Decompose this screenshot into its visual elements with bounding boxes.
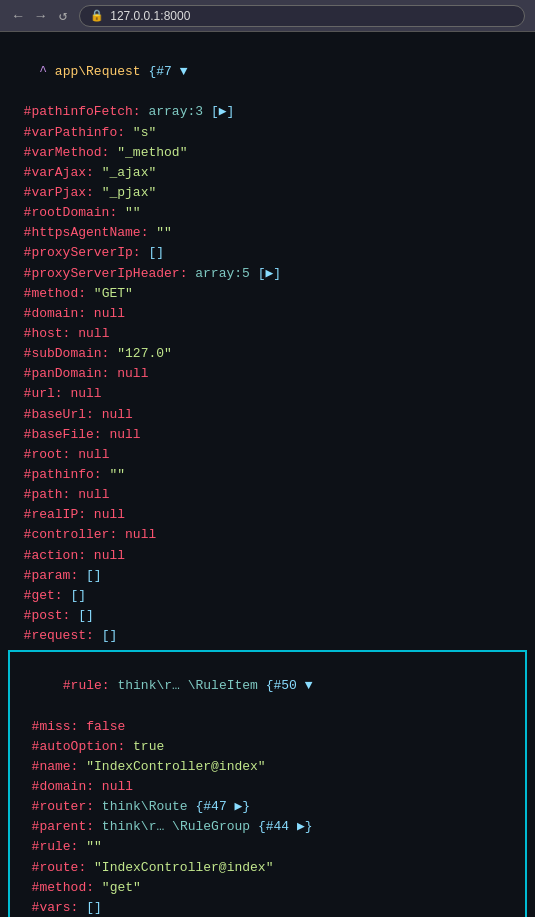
highlighted-item: #domain: null: [16, 777, 519, 797]
code-line: #get: []: [8, 586, 527, 606]
code-line: #baseUrl: null: [8, 405, 527, 425]
code-line: #subDomain: "127.0": [8, 344, 527, 364]
code-line: #domain: null: [8, 304, 527, 324]
code-line: #varPathinfo: "s": [8, 123, 527, 143]
code-line: #pathinfoFetch: array:3 [▶]: [8, 102, 527, 122]
highlighted-item: #name: "IndexController@index": [16, 757, 519, 777]
back-button[interactable]: ←: [10, 6, 26, 26]
highlighted-header: #rule: think\r… \RuleItem {#50 ▼: [16, 656, 519, 716]
code-line: #url: null: [8, 384, 527, 404]
code-line: #path: null: [8, 485, 527, 505]
highlighted-item: #route: "IndexController@index": [16, 858, 519, 878]
code-line: #request: []: [8, 626, 527, 646]
code-line: #controller: null: [8, 525, 527, 545]
code-line: #host: null: [8, 324, 527, 344]
highlighted-item: #method: "get": [16, 878, 519, 898]
code-line: #method: "GET": [8, 284, 527, 304]
highlighted-block: #rule: think\r… \RuleItem {#50 ▼ #miss: …: [8, 650, 527, 917]
code-line: #proxyServerIpHeader: array:5 [▶]: [8, 264, 527, 284]
url-text: 127.0.0.1:8000: [110, 9, 190, 23]
highlighted-item: #rule: "": [16, 837, 519, 857]
reload-button[interactable]: ↺: [55, 5, 71, 26]
code-line: #pathinfo: "": [8, 465, 527, 485]
code-line: #post: []: [8, 606, 527, 626]
highlighted-item: #vars: []: [16, 898, 519, 917]
code-line: #httpsAgentName: "": [8, 223, 527, 243]
code-line: #varPjax: "_pjax": [8, 183, 527, 203]
code-line: #realIP: null: [8, 505, 527, 525]
browser-bar: ← → ↺ 🔒 127.0.0.1:8000: [0, 0, 535, 32]
code-line: #rootDomain: "": [8, 203, 527, 223]
highlighted-item: #router: think\Route {#47 ▶}: [16, 797, 519, 817]
browser-controls: ← → ↺: [10, 5, 71, 26]
address-bar[interactable]: 🔒 127.0.0.1:8000: [79, 5, 525, 27]
code-line: #param: []: [8, 566, 527, 586]
code-line: #baseFile: null: [8, 425, 527, 445]
code-area: ^ app\Request {#7 ▼ #pathinfoFetch: arra…: [0, 32, 535, 917]
code-line: #action: null: [8, 546, 527, 566]
lock-icon: 🔒: [90, 9, 104, 22]
highlighted-item: #miss: false: [16, 717, 519, 737]
code-line: #panDomain: null: [8, 364, 527, 384]
title-line: ^ app\Request {#7 ▼: [8, 42, 527, 102]
code-line: #varMethod: "_method": [8, 143, 527, 163]
highlighted-item: #parent: think\r… \RuleGroup {#44 ▶}: [16, 817, 519, 837]
highlighted-item: #autoOption: true: [16, 737, 519, 757]
forward-button[interactable]: →: [32, 6, 48, 26]
code-line: #root: null: [8, 445, 527, 465]
code-line: #proxyServerIp: []: [8, 243, 527, 263]
code-line: #varAjax: "_ajax": [8, 163, 527, 183]
